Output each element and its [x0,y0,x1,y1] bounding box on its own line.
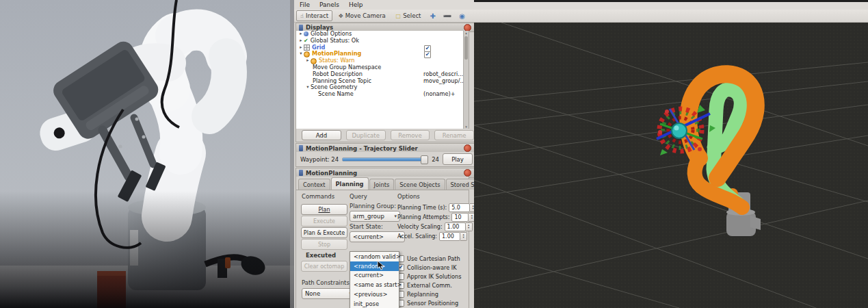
planning-scene-topic-value[interactable]: move_group/... [423,78,465,85]
move-camera-tool-button[interactable]: ✥ Move Camera [334,10,390,21]
motionplanning-close-button[interactable] [464,169,471,177]
panel-dock-icon [299,145,303,151]
waypoint-value: 24 [432,156,439,163]
displays-panel: Displays ▸ Global Options ▸ ✔ Global Sta… [295,23,468,142]
slider-fill [343,158,423,161]
panel-dock-icon [299,170,303,176]
expand-arrow-icon[interactable]: ▸ [298,44,304,51]
rename-display-button[interactable]: Rename [434,130,474,140]
spinner-arrows[interactable]: ▴▾ [460,232,467,241]
spinner-arrows[interactable]: ▴▾ [466,222,473,231]
displays-title: Displays [306,24,333,31]
mouse-cursor [377,260,385,271]
duplicate-display-button[interactable]: Duplicate [346,130,386,140]
motionplanning-title: MotionPlanning [306,170,357,177]
slider-handle[interactable] [421,155,428,164]
menu-panels[interactable]: Panels [319,1,339,8]
motionplanning-panel: MotionPlanning Context Planning Joints S… [295,168,468,308]
start-state-dropdown: <random valid> <random> <current> <same … [350,251,399,308]
planning-attempts-input[interactable]: 10 [451,213,469,222]
expand-arrow-icon[interactable]: ▸ [298,38,304,44]
window-top-edge [474,0,868,2]
robot-photo-illustration [0,0,294,308]
move-camera-icon: ✥ [339,13,343,19]
execution-status-text: Executed [306,252,336,259]
path-constraints-combo[interactable]: None▾ [302,288,355,299]
collapse-arrow-icon[interactable]: ▾ [298,51,304,57]
dropdown-item-current[interactable]: <current> [350,271,399,281]
menu-file[interactable]: File [300,1,310,8]
query-section-label: Query [350,193,367,200]
displays-scrollbar[interactable]: ▴ ▾ [463,31,469,129]
expand-arrow-icon[interactable]: ▸ [298,31,304,38]
dropdown-item-random[interactable]: <random> [350,261,399,271]
displays-close-button[interactable] [464,24,471,31]
planning-group-combo[interactable]: arm_group▾ [350,211,400,222]
tab-planning[interactable]: Planning [331,177,369,190]
options-section-label: Options [397,193,420,200]
trajectory-body: Waypoint: 24 24 Play [295,152,477,167]
collision-aware-ik-row: ✔Collision-aware IK [397,264,457,271]
focus-camera-tool-icon[interactable]: ◉ [456,12,468,20]
select-tool-button[interactable]: □ Select [392,10,425,21]
rviz-window: File Panels Help ☝ Interact ✥ Move Camer… [294,0,868,308]
interact-icon: ☝ [300,13,304,19]
select-icon: □ [396,13,402,19]
remove-display-button[interactable]: Remove [391,130,430,140]
approx-ik-solutions-row: Approx IK Solutions [397,273,461,280]
tree-row-scene-name[interactable]: Scene Name (noname)+ [296,91,469,98]
clear-octomap-button[interactable]: Clear octomap [301,261,347,272]
planning-group-label: Planning Group: [350,203,396,209]
stop-button[interactable]: Stop [301,239,347,250]
measure-tool-icon[interactable]: ➖ [440,12,454,20]
start-state-combo[interactable]: <current>▾ [350,231,405,242]
displays-button-row: Add Duplicate Remove Rename [295,129,480,142]
menu-help[interactable]: Help [349,1,363,8]
zoom-in-tool-icon[interactable]: ✚ [427,12,438,20]
viewport-scene [474,23,868,308]
scroll-up-icon[interactable]: ▴ [464,31,469,35]
tab-scene-objects[interactable]: Scene Objects [395,179,445,190]
path-constraints-label: Path Constraints [302,279,350,286]
external-comm-row: External Comm. [397,282,452,289]
waypoint-slider[interactable] [342,157,428,162]
replanning-row: Replanning [397,291,438,298]
waypoint-label: Waypoint: 24 [300,156,339,163]
start-state-label: Start State: [350,223,383,230]
scene-name-value[interactable]: (noname)+ [423,91,456,98]
3d-viewport[interactable] [474,23,868,308]
execute-button[interactable]: Execute [301,216,347,227]
velocity-scaling-input[interactable]: 1.00 [445,222,466,231]
scrollbar-thumb[interactable] [464,36,468,60]
plan-and-execute-button[interactable]: Plan & Execute [301,227,347,238]
dropdown-item-init-pose[interactable]: init_pose [350,299,399,308]
accel-scaling-input[interactable]: 1.00 [439,232,460,241]
expand-arrow-icon[interactable]: ▸ [305,57,311,64]
accel-scaling-row: Accel. Scaling: 1.00 ▴▾ [397,232,467,240]
plan-button[interactable]: Plan [301,204,347,215]
robot-photo [0,0,294,308]
collapse-arrow-icon[interactable]: ▾ [305,84,311,91]
play-button[interactable]: Play [443,153,473,165]
use-cartesian-path-row: Use Cartesian Path [397,255,460,262]
velocity-scaling-row: Velocity Scaling: 1.00 ▴▾ [397,222,473,231]
grid-display-icon [304,44,310,51]
trajectory-title: MotionPlanning - Trajectory Slider [306,145,418,152]
planning-time-input[interactable]: 5.0 [449,203,470,212]
trajectory-close-button[interactable] [464,144,471,152]
dropdown-item-random-valid[interactable]: <random valid> [350,252,399,261]
tab-context[interactable]: Context [298,179,330,190]
planning-attempts-row: Planning Attempts: 10 ▴▾ [397,213,475,221]
commands-section-label: Commands [302,193,334,200]
tab-bar: Context Planning Joints Scene Objects St… [296,178,469,190]
tab-joints[interactable]: Joints [369,179,395,190]
chevron-down-icon: ▾ [394,214,397,219]
add-display-button[interactable]: Add [302,130,341,140]
interact-tool-button[interactable]: ☝ Interact [296,10,332,21]
displays-tree[interactable]: ▸ Global Options ▸ ✔ Global Status: Ok ▸… [295,31,469,129]
dropdown-item-previous[interactable]: <previous> [350,290,399,299]
dropdown-item-same-as-start[interactable]: <same as start> [350,280,399,290]
global-options-icon [304,31,308,36]
motionplanning-display-icon [304,51,310,57]
sensor-positioning-row: Sensor Positioning [397,300,458,307]
